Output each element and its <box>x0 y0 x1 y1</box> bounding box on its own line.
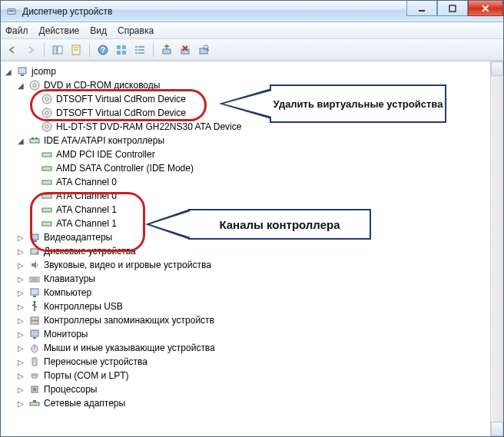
storage-ctrl-group[interactable]: ▷Контроллеры запоминающих устройств <box>16 313 489 327</box>
network-group[interactable]: ▷Сетевые адаптеры <box>16 396 489 410</box>
expand-icon[interactable]: ▷ <box>16 233 25 242</box>
portable-icon <box>28 356 41 368</box>
svg-point-35 <box>45 125 48 128</box>
root-label: jcomp <box>32 66 56 77</box>
controller-icon <box>41 190 53 202</box>
svg-rect-55 <box>31 317 38 320</box>
svg-point-29 <box>33 84 36 87</box>
svg-rect-38 <box>35 137 38 139</box>
menu-view[interactable]: Вид <box>90 25 107 36</box>
view-icons-button[interactable] <box>113 41 130 58</box>
svg-text:?: ? <box>101 46 105 55</box>
svg-point-48 <box>36 252 38 253</box>
menu-help[interactable]: Справка <box>118 25 154 36</box>
svg-rect-62 <box>33 359 36 363</box>
close-button[interactable]: ✕ <box>468 1 503 16</box>
ide-group[interactable]: ◢ IDE ATA/ATAPI контроллеры <box>16 134 489 147</box>
svg-point-65 <box>35 375 36 376</box>
uninstall-button[interactable] <box>177 41 194 58</box>
keyboard-group[interactable]: ▷Клавиатуры <box>16 272 489 286</box>
back-button[interactable] <box>4 41 21 58</box>
titlebar[interactable]: Диспетчер устройств ✕ <box>1 1 503 22</box>
device-tree[interactable]: ◢ jcomp ◢ DVD и CD-ROM дисководы <box>1 61 490 436</box>
cpu-icon <box>28 383 41 396</box>
svg-rect-19 <box>135 52 138 54</box>
expand-icon[interactable]: ▷ <box>16 302 25 311</box>
svg-rect-44 <box>42 222 51 226</box>
view-list-button[interactable] <box>131 41 148 58</box>
tree-item[interactable]: DTSOFT Virtual CdRom Device <box>28 106 489 120</box>
menu-action[interactable]: Действие <box>39 25 80 36</box>
toolbar: ? <box>1 39 503 61</box>
tree-item[interactable]: DTSOFT Virtual CdRom Device <box>28 92 489 106</box>
tree-item[interactable]: AMD PCI IDE Controller <box>28 147 489 161</box>
svg-rect-18 <box>138 49 144 51</box>
vertical-scrollbar[interactable] <box>490 61 503 436</box>
expand-icon[interactable]: ▷ <box>16 247 25 256</box>
collapse-icon[interactable]: ◢ <box>16 81 25 90</box>
help-button[interactable]: ? <box>94 41 111 58</box>
dvd-group[interactable]: ◢ DVD и CD-ROM дисководы <box>16 78 489 92</box>
harddisk-icon <box>28 245 41 257</box>
tree-item[interactable]: AMD SATA Controller (IDE Mode) <box>28 161 489 175</box>
computer-icon <box>16 65 28 78</box>
disc-icon <box>41 121 53 133</box>
root-node[interactable]: ◢ jcomp <box>4 65 489 78</box>
tree-item[interactable]: HL-DT-ST DVD-RAM GH22NS30 ATA Device <box>28 120 489 134</box>
usb-group[interactable]: ▷Контроллеры USB <box>16 300 489 313</box>
computer-group[interactable]: ▷Компьютер <box>16 286 489 300</box>
video-group[interactable]: ▷Видеоадаптеры <box>16 230 489 244</box>
forward-button[interactable] <box>22 41 39 58</box>
properties-button[interactable] <box>68 41 85 58</box>
collapse-icon[interactable]: ◢ <box>16 136 25 145</box>
maximize-button[interactable] <box>437 1 468 16</box>
tree-item[interactable]: ATA Channel 0 <box>28 189 489 203</box>
svg-point-31 <box>45 98 48 101</box>
mice-group[interactable]: ▷Мыши и иные указывающие устройства <box>16 341 489 355</box>
expand-icon[interactable]: ▷ <box>16 316 25 325</box>
expand-icon[interactable]: ▷ <box>16 260 25 270</box>
svg-rect-15 <box>135 46 138 48</box>
expand-icon[interactable]: ▷ <box>16 288 25 297</box>
expand-icon[interactable]: ▷ <box>16 343 25 353</box>
expand-icon[interactable]: ▷ <box>16 399 25 408</box>
expand-icon[interactable]: ▷ <box>16 329 25 339</box>
svg-rect-49 <box>30 277 39 282</box>
tree-item[interactable]: ATA Channel 0 <box>28 175 489 189</box>
svg-rect-11 <box>117 45 121 49</box>
storage-icon <box>28 314 41 326</box>
svg-rect-1 <box>9 10 15 12</box>
expand-icon[interactable]: ▷ <box>16 274 25 283</box>
expand-icon[interactable]: ▷ <box>16 357 25 366</box>
keyboard-icon <box>28 273 41 285</box>
svg-rect-22 <box>181 49 189 54</box>
svg-rect-3 <box>449 5 456 12</box>
monitors-group[interactable]: ▷Мониторы <box>16 327 489 341</box>
minimize-button[interactable] <box>406 1 437 16</box>
svg-rect-52 <box>31 289 38 295</box>
sound-group[interactable]: ▷Звуковые, видео и игровые устройства <box>16 258 489 272</box>
tree-item[interactable]: ATA Channel 1 <box>28 203 489 217</box>
expand-icon[interactable]: ▷ <box>16 371 25 380</box>
menu-file[interactable]: Файл <box>5 25 28 36</box>
svg-rect-16 <box>138 46 144 48</box>
svg-rect-4 <box>53 46 57 54</box>
svg-rect-12 <box>122 45 126 49</box>
expand-icon[interactable]: ▷ <box>16 385 25 394</box>
menubar: Файл Действие Вид Справка <box>1 22 503 39</box>
show-hide-tree-button[interactable] <box>49 41 66 58</box>
update-driver-button[interactable] <box>158 41 175 58</box>
svg-rect-37 <box>32 137 34 139</box>
ports-group[interactable]: ▷Порты (COM и LPT) <box>16 369 489 382</box>
processors-group[interactable]: ▷Процессоры <box>16 382 489 396</box>
portable-group[interactable]: ▷Переносные устройства <box>16 355 489 369</box>
speaker-icon <box>28 259 41 271</box>
svg-point-33 <box>45 111 48 114</box>
svg-rect-46 <box>32 240 37 242</box>
scan-hardware-button[interactable] <box>195 41 212 58</box>
svg-rect-67 <box>33 388 36 391</box>
collapse-icon[interactable]: ◢ <box>4 67 13 76</box>
tree-item[interactable]: ATA Channel 1 <box>28 217 489 230</box>
controller-icon <box>41 176 53 188</box>
disk-group[interactable]: ▷Дисковые устройства <box>16 244 489 258</box>
